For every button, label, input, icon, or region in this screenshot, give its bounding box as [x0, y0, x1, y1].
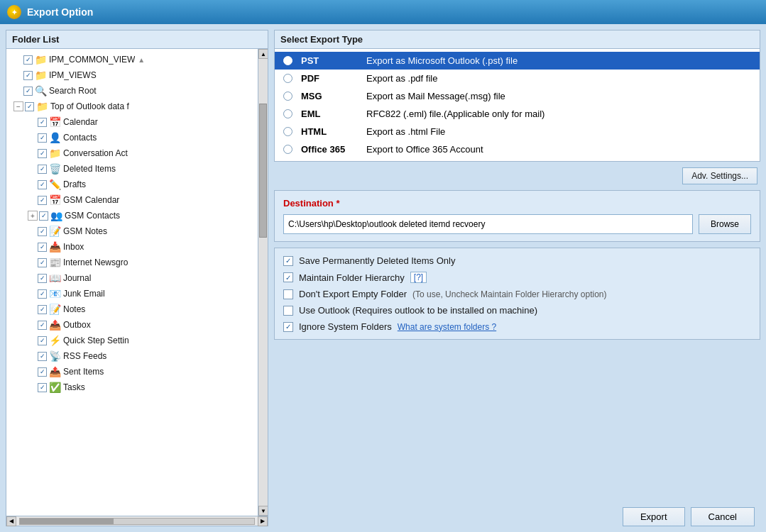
- option-checkbox[interactable]: [283, 272, 293, 282]
- folder-item[interactable]: 📝 Notes: [6, 301, 258, 317]
- option-label: Maintain Folder Hierarchy: [299, 272, 405, 283]
- folder-item[interactable]: 📥 Inbox: [6, 239, 258, 255]
- folder-checkbox[interactable]: [38, 336, 47, 345]
- folder-item[interactable]: 📅 Calendar: [6, 114, 258, 130]
- folder-item[interactable]: 🗑️ Deleted Items: [6, 161, 258, 177]
- export-type-section: Select Export Type PST Export as Microso…: [274, 30, 760, 162]
- radio-button[interactable]: [283, 92, 292, 101]
- radio-button[interactable]: [283, 109, 292, 118]
- folder-item[interactable]: − 📁 Top of Outlook data f: [6, 99, 258, 114]
- right-panel: Select Export Type PST Export as Microso…: [274, 30, 760, 526]
- folder-item[interactable]: 👤 Contacts: [6, 130, 258, 145]
- folder-type-icon: 📁: [34, 54, 47, 65]
- scroll-down-arrow[interactable]: ▼: [258, 506, 268, 516]
- export-type-row[interactable]: MSG Export as Mail Message(.msg) file: [275, 87, 760, 105]
- folder-checkbox[interactable]: [38, 149, 47, 158]
- radio-button[interactable]: [283, 127, 292, 136]
- folder-checkbox[interactable]: [23, 55, 33, 65]
- browse-button[interactable]: Browse: [699, 214, 751, 234]
- scroll-right-arrow[interactable]: ▶: [258, 516, 268, 526]
- folder-item[interactable]: 📤 Sent Items: [6, 364, 258, 379]
- folder-checkbox[interactable]: [38, 289, 47, 299]
- folder-item[interactable]: 📁 IPM_COMMON_VIEW ▲: [6, 52, 258, 67]
- expand-icon[interactable]: −: [13, 101, 23, 111]
- folder-scrollbar[interactable]: ◀ ▶: [6, 516, 268, 526]
- folder-label: Conversation Act: [63, 148, 128, 158]
- radio-button[interactable]: [283, 74, 292, 83]
- folder-checkbox[interactable]: [38, 321, 47, 330]
- folder-label: Drafts: [63, 179, 86, 189]
- expand-icon[interactable]: +: [28, 211, 38, 221]
- export-type-row[interactable]: PDF Export as .pdf file: [275, 70, 760, 87]
- folder-checkbox[interactable]: [38, 258, 47, 267]
- folder-item[interactable]: 📰 Internet Newsgro: [6, 255, 258, 270]
- folder-checkbox[interactable]: [23, 87, 33, 96]
- folder-type-icon: ⚡: [48, 335, 61, 346]
- option-checkbox[interactable]: [283, 306, 293, 316]
- scroll-up-arrow[interactable]: ▲: [258, 49, 268, 59]
- h-scroll-track[interactable]: [19, 518, 255, 525]
- option-checkbox[interactable]: [283, 322, 293, 332]
- folder-item[interactable]: ⚡ Quick Step Settin: [6, 333, 258, 348]
- scroll-left-arrow[interactable]: ◀: [6, 516, 16, 526]
- folder-item[interactable]: 📧 Junk Email: [6, 286, 258, 301]
- folder-checkbox[interactable]: [38, 133, 47, 143]
- help-link[interactable]: [?]: [410, 272, 427, 283]
- folder-item[interactable]: + 👥 GSM Contacts: [6, 208, 258, 223]
- folder-tree[interactable]: 📁 IPM_COMMON_VIEW ▲ 📁 IPM_VIEWS 🔍 Search…: [6, 49, 258, 516]
- folder-item[interactable]: 📡 RSS Feeds: [6, 348, 258, 364]
- folder-checkbox[interactable]: [38, 196, 47, 205]
- folder-item[interactable]: 📁 Conversation Act: [6, 145, 258, 161]
- folder-checkbox[interactable]: [38, 274, 47, 283]
- folder-item[interactable]: 📖 Journal: [6, 270, 258, 286]
- folder-checkbox[interactable]: [38, 367, 47, 377]
- radio-button[interactable]: [283, 145, 292, 154]
- title-bar: ✦ Export Option: [0, 0, 766, 24]
- export-type-row[interactable]: PST Export as Microsoft Outlook (.pst) f…: [275, 52, 760, 70]
- export-type-name: EML: [301, 109, 358, 119]
- folder-vscroll[interactable]: ▲ ▼: [258, 49, 268, 516]
- folder-checkbox[interactable]: [25, 102, 34, 111]
- folder-label: RSS Feeds: [63, 351, 106, 361]
- folder-item[interactable]: ✅ Tasks: [6, 379, 258, 395]
- folder-checkbox[interactable]: [38, 352, 47, 361]
- folder-type-icon: 📤: [48, 319, 61, 331]
- destination-input[interactable]: [283, 214, 693, 234]
- folder-item[interactable]: 📤 Outbox: [6, 317, 258, 333]
- export-type-row[interactable]: EML RFC822 (.eml) file.(Applicable only …: [275, 105, 760, 123]
- folder-checkbox[interactable]: [38, 227, 47, 236]
- folder-checkbox[interactable]: [38, 305, 47, 314]
- export-button[interactable]: Export: [623, 507, 685, 526]
- export-type-row[interactable]: HTML Export as .html File: [275, 123, 760, 140]
- export-type-row[interactable]: Office 365 Export to Office 365 Account: [275, 140, 760, 158]
- folder-checkbox[interactable]: [23, 71, 33, 80]
- scroll-thumb[interactable]: [259, 104, 267, 238]
- radio-button[interactable]: [283, 56, 292, 65]
- options-section: Save Permanently Deleted Items Only Main…: [274, 248, 760, 340]
- export-type-name: Office 365: [301, 144, 358, 155]
- folder-checkbox[interactable]: [38, 383, 47, 392]
- folder-checkbox[interactable]: [38, 165, 47, 174]
- option-checkbox[interactable]: [283, 256, 293, 266]
- folder-label: IPM_COMMON_VIEW: [49, 55, 135, 65]
- folder-item[interactable]: 📝 GSM Notes: [6, 223, 258, 239]
- folder-checkbox[interactable]: [38, 180, 47, 189]
- folder-body: 📁 IPM_COMMON_VIEW ▲ 📁 IPM_VIEWS 🔍 Search…: [6, 49, 268, 516]
- folder-item[interactable]: ✏️ Drafts: [6, 177, 258, 192]
- folder-type-icon: 📖: [48, 272, 61, 284]
- folder-type-icon: 🗑️: [48, 163, 61, 174]
- system-link[interactable]: What are system folders ?: [398, 322, 496, 332]
- scroll-track[interactable]: [258, 59, 268, 506]
- folder-type-icon: 🔍: [34, 85, 47, 96]
- folder-item[interactable]: 🔍 Search Root: [6, 83, 258, 99]
- h-scroll-thumb[interactable]: [20, 519, 114, 524]
- folder-checkbox[interactable]: [38, 118, 47, 127]
- folder-checkbox[interactable]: [38, 243, 47, 252]
- folder-label: Sent Items: [63, 367, 104, 377]
- adv-settings-button[interactable]: Adv. Settings...: [682, 167, 757, 184]
- folder-checkbox[interactable]: [39, 211, 48, 221]
- cancel-button[interactable]: Cancel: [691, 507, 755, 526]
- option-checkbox[interactable]: [283, 289, 293, 299]
- folder-item[interactable]: 📅 GSM Calendar: [6, 192, 258, 208]
- folder-item[interactable]: 📁 IPM_VIEWS: [6, 67, 258, 83]
